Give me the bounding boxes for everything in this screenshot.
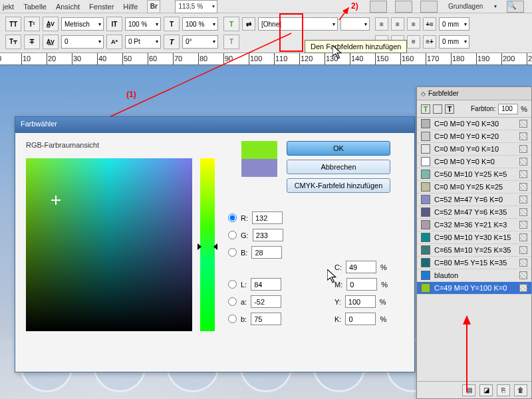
ruler[interactable]: 0102030405060708090100110120130140150160… [0,53,532,65]
b-input[interactable] [251,246,282,259]
ruler-tick: 50 [122,53,132,65]
swap-icon[interactable] [433,104,442,114]
swatch-color-icon [421,144,430,154]
cancel-button[interactable]: Abbrechen [287,160,390,174]
swatch-color-icon [421,170,430,179]
stroke-t-icon[interactable]: T [223,35,239,49]
menu-item[interactable]: Hilfe [123,3,138,11]
search-icon[interactable]: 🔍 [507,1,524,13]
l-radio[interactable] [228,280,237,289]
hscale-dropdown[interactable]: 100 % [125,17,161,31]
delete-icon[interactable]: 🗑 [514,384,527,396]
new-group-icon[interactable]: ◪ [479,384,493,396]
indent2-icon[interactable]: ≡+ [423,35,436,49]
swatch-row[interactable]: C=32 M=36 Y=21 K=3 [417,219,531,231]
swatch-row[interactable]: C=80 M=5 Y=15 K=35 [417,257,531,269]
av2-icon[interactable]: A͟V [43,35,59,49]
swatch-row[interactable]: C=0 M=0 Y=0 K=0 [417,156,531,168]
align-center-icon[interactable]: ≡ [391,17,404,31]
swatch-row[interactable]: C=65 M=10 Y=25 K=35 [417,244,531,257]
kern-dropdown[interactable]: 0 [61,35,104,49]
skew-icon[interactable]: T [164,35,180,49]
g-input[interactable] [253,229,283,241]
swatch-row[interactable]: C=52 M=47 Y=6 K=0 [417,194,531,206]
bb-input[interactable] [251,313,281,325]
swatch-row[interactable]: C=0 M=0 Y=0 K=10 [417,143,531,156]
swatch-name: C=52 M=47 Y=6 K=0 [434,196,503,203]
g-radio[interactable] [228,231,237,239]
fill-t-icon[interactable]: T [223,17,239,31]
baseline-dropdown[interactable]: 0 Pt [125,35,161,49]
ruler-tick: 10 [21,53,31,65]
r-radio[interactable] [228,213,237,222]
tt-strike-icon[interactable]: T̶ [24,35,40,49]
new-swatch-icon[interactable]: ⎘ [497,384,510,396]
indent2-dropdown[interactable]: 0 mm [439,35,469,49]
a-radio[interactable] [228,297,237,306]
ruler-tick: 100 [249,53,262,65]
swatch-row[interactable]: C=0 M=0 Y=25 K=25 [417,181,531,194]
av-icon[interactable]: A̲V [43,17,59,31]
panel-footer: ▤ ◪ ⎘ 🗑 [417,381,531,398]
swatch-row[interactable]: C=0 M=0 Y=0 K=30 [417,118,531,130]
menu-item[interactable]: Fenster [89,3,114,11]
tt-caps-icon[interactable]: TT [5,17,21,31]
align-bot-icon[interactable]: ≡ [407,35,420,49]
t-width-icon[interactable]: T [164,17,180,31]
menu-item[interactable]: jekt [3,3,14,11]
screen-icon[interactable] [395,1,412,13]
k-input[interactable] [345,313,376,325]
fill-t-icon[interactable]: T [421,104,430,114]
it-scale-icon[interactable]: IT [106,17,122,31]
swatch-color-icon [421,119,430,128]
swatch-row[interactable]: C=49 M=0 Y=100 K=0 [417,282,531,295]
color-field[interactable] [26,158,192,331]
cmyk-add-button[interactable]: CMYK-Farbfeld hinzufügen [287,178,390,193]
baseline-icon[interactable]: Aª [106,35,122,49]
b-label: B: [241,249,247,257]
y-input[interactable] [345,295,376,308]
swatch-row[interactable]: blauton [417,269,531,282]
bridge-icon[interactable]: Br [147,0,160,13]
a-input[interactable] [251,295,281,308]
workspace-dropdown[interactable]: Grundlagen [446,0,499,13]
hue-handle-icon[interactable] [198,243,217,250]
metric-dropdown[interactable]: Metrisch [61,17,104,31]
menu-item[interactable]: Ansicht [56,3,80,11]
align-left-icon[interactable]: ≡ [375,17,388,31]
farbton-input[interactable] [498,104,518,114]
fill-swap-icon[interactable]: ⇄ [242,17,255,31]
swatch-list[interactable]: C=0 M=0 Y=0 K=30C=0 M=0 Y=0 K=20C=0 M=0 … [417,118,531,317]
fill-dropdown[interactable]: [Ohne] [258,17,338,31]
fill-pct-dropdown[interactable] [340,17,370,31]
tt-small-icon[interactable]: Tᴛ [5,35,21,49]
ruler-tick: 190 [476,53,489,65]
indent-icon[interactable]: +≡ [423,17,436,31]
l-input[interactable] [251,278,281,291]
panel-tab[interactable]: Farbfelder [417,87,531,100]
tt-super-icon[interactable]: T¹ [24,17,40,31]
bb-radio[interactable] [228,315,237,323]
show-options-icon[interactable]: ▤ [462,384,475,396]
r-label: R: [241,214,248,222]
ok-button[interactable]: OK [287,141,390,156]
swatch-row[interactable]: C=0 M=0 Y=0 K=20 [417,130,531,143]
menu-item[interactable]: Tabelle [23,3,47,11]
swatch-row[interactable]: C=50 M=10 Y=25 K=5 [417,168,531,181]
r-input[interactable] [252,211,283,224]
view-icon[interactable] [370,1,387,13]
b-radio[interactable] [228,248,237,257]
arrange-icon[interactable] [420,1,438,13]
swatch-row[interactable]: C=52 M=47 Y=6 K=35 [417,206,531,219]
skew-dropdown[interactable]: 0° [182,35,218,49]
m-input[interactable] [346,278,377,291]
align-right-icon[interactable]: ≡ [407,17,420,31]
swatch-name: C=32 M=36 Y=21 K=3 [434,221,507,229]
stroke-t-icon[interactable]: T [445,104,454,114]
zoom-dropdown[interactable]: 113,5 % [175,0,217,13]
wscale-dropdown[interactable]: 100 % [182,17,218,31]
indent-dropdown[interactable]: 0 mm [439,17,469,31]
color-picker-dialog: Farbwähler RGB-Farbraumansicht OK Abbrec… [15,116,415,372]
c-input[interactable] [346,261,376,273]
swatch-row[interactable]: C=90 M=10 Y=30 K=15 [417,231,531,244]
